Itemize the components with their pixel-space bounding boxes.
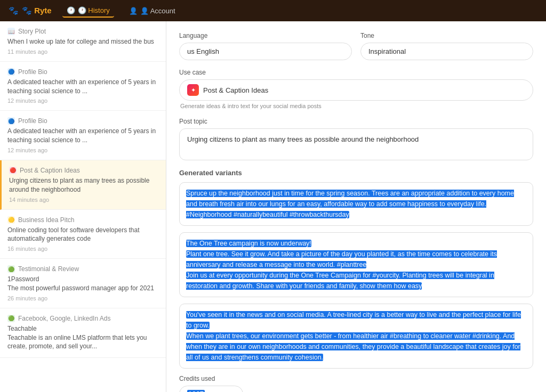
- profile-icon-2: 🔵: [7, 117, 15, 125]
- business-desc: Online coding tool for software develope…: [7, 226, 158, 244]
- post-topic-label: Post topic: [179, 118, 533, 125]
- testimonial-title: Testimonial & Review: [18, 265, 79, 273]
- account-icon: 👤: [129, 7, 138, 15]
- caption-icon: 🔴: [9, 167, 17, 174]
- variant-box-1[interactable]: Spruce up the neighborhood just in time …: [179, 182, 533, 226]
- use-case-desc: Generate ideas & intro text for your soc…: [179, 103, 533, 109]
- story-title: Story Plot: [18, 28, 46, 35]
- account-tab[interactable]: 👤 👤 Account: [125, 5, 180, 17]
- language-tone-row: Language Tone: [179, 32, 533, 60]
- use-case-icon: ✦: [187, 84, 199, 96]
- sidebar-item-testimonial[interactable]: 🟢 Testimonial & Review 1PasswordThe most…: [0, 259, 166, 308]
- logo-icon: 🐾: [9, 6, 19, 15]
- history-tab[interactable]: 🕐 🕐 History: [62, 4, 114, 18]
- tone-col: Tone: [360, 32, 533, 60]
- profile-bio-time-1: 12 minutes ago: [7, 97, 158, 104]
- profile-bio-desc-2: A dedicated teacher with an experience o…: [7, 127, 158, 145]
- tone-label: Tone: [360, 32, 533, 39]
- story-time: 11 minutes ago: [7, 48, 158, 55]
- sidebar-item-post-caption[interactable]: 🔴 Post & Caption Ideas Urging citizens t…: [0, 160, 166, 210]
- language-col: Language: [179, 32, 352, 60]
- ads-desc: TeachableTeachable is an online LMS plat…: [7, 324, 158, 351]
- credits-value: 1067: [187, 390, 205, 392]
- variant-1-text: Spruce up the neighborhood just in time …: [186, 190, 514, 218]
- ads-icon: 🟢: [7, 315, 15, 322]
- language-input[interactable]: [179, 43, 352, 60]
- sidebar-item-ads[interactable]: 🟢 Facebook, Google, LinkedIn Ads Teachab…: [0, 308, 166, 358]
- use-case-label: Use case: [179, 69, 533, 76]
- variant-box-2[interactable]: The One Tree campaign is now underway! P…: [179, 232, 533, 297]
- business-icon: 🟡: [7, 216, 15, 224]
- business-title: Business Idea Pitch: [18, 216, 74, 224]
- language-label: Language: [179, 32, 352, 39]
- main-layout: 📖 Story Plot When I woke up late for col…: [0, 21, 546, 392]
- credits-box: 1067: [179, 386, 243, 392]
- story-desc: When I woke up late for college and miss…: [7, 37, 158, 46]
- logo: 🐾 🐾 Ryte: [9, 6, 52, 15]
- post-topic-field[interactable]: Urging citizens to plant as many trees a…: [179, 128, 533, 160]
- sidebar-item-story-plot[interactable]: 📖 Story Plot When I woke up late for col…: [0, 21, 166, 62]
- variant-2-line3: Join us at every opportunity during the …: [186, 272, 494, 290]
- testimonial-time: 26 minutes ago: [7, 295, 158, 301]
- ads-title: Facebook, Google, LinkedIn Ads: [18, 315, 110, 322]
- profile-icon-1: 🔵: [7, 68, 15, 76]
- profile-bio-desc-1: A dedicated teacher with an experience o…: [7, 78, 158, 96]
- credits-label: Credits used: [179, 375, 533, 382]
- caption-time: 14 minutes ago: [9, 197, 158, 203]
- sidebar: 📖 Story Plot When I woke up late for col…: [0, 21, 166, 392]
- testimonial-desc: 1PasswordThe most powerful password mana…: [7, 275, 158, 293]
- variant-2-line1: The One Tree campaign is now underway!: [186, 240, 311, 247]
- sidebar-item-business-pitch[interactable]: 🟡 Business Idea Pitch Online coding tool…: [0, 210, 166, 259]
- sidebar-item-profile-bio-1[interactable]: 🔵 Profile Bio A dedicated teacher with a…: [0, 62, 166, 111]
- logo-text: 🐾 Ryte: [22, 6, 52, 15]
- business-time: 16 minutes ago: [7, 246, 158, 252]
- variant-box-3[interactable]: You've seen it in the news and on social…: [179, 304, 533, 369]
- testimonial-icon: 🟢: [7, 265, 15, 273]
- variant-3-line1: You've seen it in the news and on social…: [186, 311, 521, 329]
- use-case-box[interactable]: ✦ Post & Caption Ideas: [179, 79, 533, 101]
- profile-bio-title-1: Profile Bio: [18, 68, 47, 76]
- history-icon: 🕐: [67, 6, 75, 14]
- variant-3-line2: When we plant trees, our environment get…: [186, 332, 520, 361]
- generated-variants-label: Generated variants: [179, 169, 533, 177]
- post-topic-value: Urging citizens to plant as many trees a…: [187, 135, 419, 143]
- sidebar-item-profile-bio-2[interactable]: 🔵 Profile Bio A dedicated teacher with a…: [0, 111, 166, 160]
- story-icon: 📖: [7, 28, 15, 35]
- profile-bio-time-2: 12 minutes ago: [7, 147, 158, 153]
- content-area: Language Tone Use case ✦ Post & Caption …: [166, 21, 546, 392]
- caption-title: Post & Caption Ideas: [20, 167, 80, 174]
- profile-bio-title-2: Profile Bio: [18, 117, 47, 125]
- use-case-value: Post & Caption Ideas: [203, 86, 268, 94]
- top-nav: 🐾 🐾 Ryte 🕐 🕐 History 👤 👤 Account: [0, 0, 546, 21]
- tone-input[interactable]: [360, 43, 533, 60]
- variant-2-line2: Plant one tree. See it grow. And take a …: [186, 250, 497, 268]
- caption-desc: Urging citizens to plant as many trees a…: [9, 176, 158, 194]
